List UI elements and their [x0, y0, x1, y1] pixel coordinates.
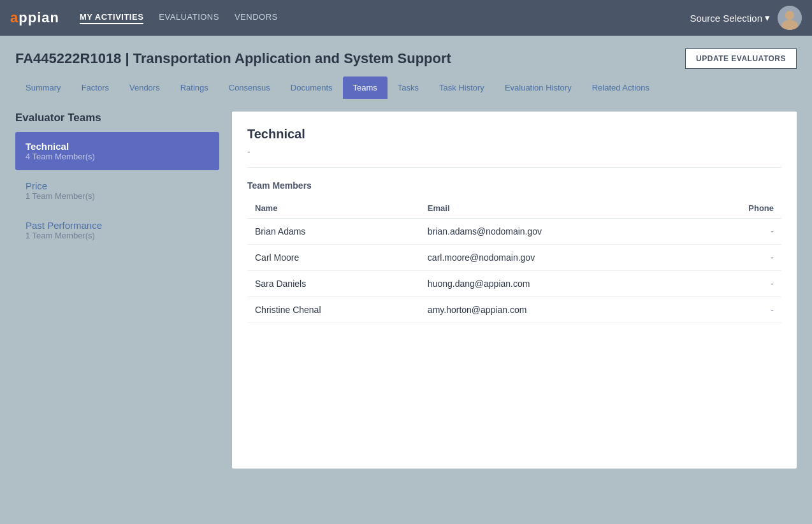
- logo-accent: a: [10, 10, 18, 25]
- nav-evaluations[interactable]: EVALUATIONS: [159, 12, 219, 24]
- member-email-0: brian.adams@nodomain.gov: [420, 219, 695, 245]
- source-selection-button[interactable]: Source Selection ▾: [690, 12, 770, 24]
- tab-task-history[interactable]: Task History: [429, 76, 495, 99]
- team-name-past-performance: Past Performance: [25, 220, 209, 231]
- team-count-price: 1 Team Member(s): [25, 191, 209, 201]
- tab-evaluation-history[interactable]: Evaluation History: [495, 76, 582, 99]
- table-row: Christine Chenal amy.horton@appian.com -: [247, 297, 781, 323]
- member-email-2: huong.dang@appian.com: [420, 271, 695, 297]
- sidebar-title: Evaluator Teams: [15, 112, 219, 124]
- table-row: Brian Adams brian.adams@nodomain.gov -: [247, 219, 781, 245]
- member-phone-1: -: [695, 245, 781, 271]
- dropdown-icon: ▾: [765, 12, 770, 24]
- members-table: Name Email Phone Brian Adams brian.adams…: [247, 198, 781, 323]
- member-name-2: Sara Daniels: [247, 271, 420, 297]
- team-name-technical: Technical: [25, 141, 209, 152]
- top-navigation: appian MY ACTIVITIES EVALUATIONS VENDORS…: [0, 0, 812, 36]
- member-phone-3: -: [695, 297, 781, 323]
- team-members-label: Team Members: [247, 180, 781, 191]
- page-header: FA445222R1018 | Transportation Applicati…: [0, 36, 812, 69]
- svg-point-3: [785, 11, 794, 20]
- tab-tasks[interactable]: Tasks: [388, 76, 429, 99]
- tab-ratings[interactable]: Ratings: [170, 76, 219, 99]
- member-email-3: amy.horton@appian.com: [420, 297, 695, 323]
- member-name-0: Brian Adams: [247, 219, 420, 245]
- member-name-3: Christine Chenal: [247, 297, 420, 323]
- tab-summary[interactable]: Summary: [15, 76, 71, 99]
- tab-documents[interactable]: Documents: [280, 76, 343, 99]
- member-phone-0: -: [695, 219, 781, 245]
- main-content: Evaluator Teams Technical 4 Team Member(…: [0, 99, 812, 481]
- table-row: Carl Moore carl.moore@nodomain.gov -: [247, 245, 781, 271]
- nav-vendors[interactable]: VENDORS: [235, 12, 278, 24]
- tab-consensus[interactable]: Consensus: [219, 76, 280, 99]
- nav-links: MY ACTIVITIES EVALUATIONS VENDORS: [80, 12, 690, 24]
- detail-title: Technical: [247, 127, 781, 142]
- page-title: FA445222R1018 | Transportation Applicati…: [15, 50, 451, 67]
- tab-vendors[interactable]: Vendors: [119, 76, 170, 99]
- member-name-1: Carl Moore: [247, 245, 420, 271]
- tab-factors[interactable]: Factors: [71, 76, 119, 99]
- user-avatar[interactable]: [778, 6, 802, 30]
- update-evaluators-button[interactable]: UPDATE EVALUATORS: [685, 48, 797, 69]
- tab-teams[interactable]: Teams: [343, 76, 388, 99]
- team-count-technical: 4 Team Member(s): [25, 152, 209, 161]
- detail-subtitle: -: [247, 147, 781, 168]
- member-email-1: carl.moore@nodomain.gov: [420, 245, 695, 271]
- nav-my-activities[interactable]: MY ACTIVITIES: [80, 12, 143, 24]
- col-header-name: Name: [247, 198, 420, 219]
- member-phone-2: -: [695, 271, 781, 297]
- logo-text: appian: [10, 10, 59, 26]
- col-header-phone: Phone: [695, 198, 781, 219]
- table-header-row: Name Email Phone: [247, 198, 781, 219]
- app-logo[interactable]: appian: [10, 10, 59, 26]
- nav-right: Source Selection ▾: [690, 6, 802, 30]
- source-selection-label: Source Selection: [690, 13, 762, 24]
- avatar-image: [778, 6, 802, 30]
- team-item-price[interactable]: Price 1 Team Member(s): [15, 171, 219, 210]
- sidebar: Evaluator Teams Technical 4 Team Member(…: [15, 112, 219, 469]
- detail-panel: Technical - Team Members Name Email Phon…: [232, 112, 797, 469]
- team-item-past-performance[interactable]: Past Performance 1 Team Member(s): [15, 211, 219, 249]
- col-header-email: Email: [420, 198, 695, 219]
- tab-related-actions[interactable]: Related Actions: [582, 76, 660, 99]
- team-name-price: Price: [25, 180, 209, 191]
- team-item-technical[interactable]: Technical 4 Team Member(s): [15, 132, 219, 170]
- tab-bar: Summary Factors Vendors Ratings Consensu…: [0, 76, 812, 99]
- table-row: Sara Daniels huong.dang@appian.com -: [247, 271, 781, 297]
- team-count-past-performance: 1 Team Member(s): [25, 231, 209, 240]
